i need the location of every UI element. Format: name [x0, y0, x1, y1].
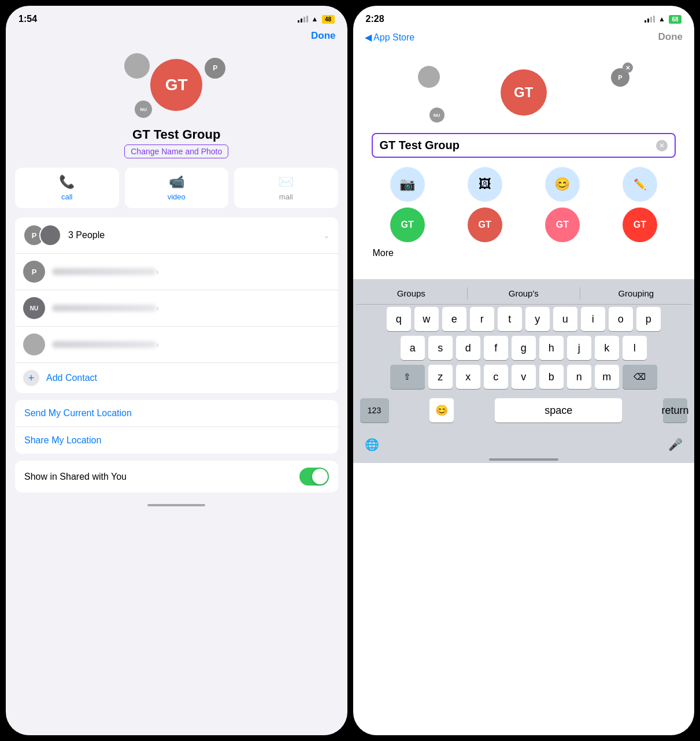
key-o[interactable]: o — [609, 307, 633, 331]
send-location-row[interactable]: Send My Current Location — [15, 400, 338, 427]
mail-button[interactable]: ✉️ mail — [234, 168, 338, 208]
signal-icon — [298, 16, 308, 23]
toggle-label: Show in Shared with You — [24, 472, 127, 482]
close-badge[interactable]: ✕ — [623, 62, 633, 73]
toggle-switch[interactable] — [299, 468, 329, 486]
key-k[interactable]: k — [595, 336, 619, 360]
icon-gallery[interactable]: 🖼 — [468, 167, 502, 202]
stacked-avatar-2 — [39, 224, 61, 246]
key-w[interactable]: w — [414, 307, 439, 331]
pred-word-2[interactable]: Group's — [468, 287, 580, 299]
pred-word-1[interactable]: Groups — [355, 287, 468, 299]
right-phone: 2:28 ▲ 68 ◀ App Store Done P GT NU ✕ GT … — [353, 6, 695, 735]
right-battery-indicator: 68 — [669, 15, 682, 24]
right-done-button[interactable]: Done — [658, 31, 683, 43]
shift-key[interactable]: ⇧ — [390, 365, 425, 389]
icon-gt-pink[interactable]: GT — [545, 208, 580, 242]
video-button[interactable]: 📹 video — [125, 168, 229, 208]
key-x[interactable]: x — [456, 365, 480, 389]
home-bar — [147, 504, 205, 506]
clear-input-button[interactable]: ✕ — [656, 140, 668, 151]
member-row-1[interactable]: P › — [15, 254, 338, 290]
right-avatar-tl — [418, 66, 440, 88]
key-l[interactable]: l — [623, 336, 647, 360]
key-b[interactable]: b — [539, 365, 564, 389]
avatar-tr-initials: P — [213, 64, 217, 72]
key-j[interactable]: j — [567, 336, 591, 360]
people-card: P 3 People ⌄ P › NU › › + Add Contact — [15, 217, 338, 393]
keyboard: Groups Group's Grouping q w e r t y u i … — [353, 279, 695, 463]
numbers-key[interactable]: 123 — [360, 398, 389, 423]
right-group-card: P GT NU ✕ GT Test Group ✕ 📷 🖼 😊 ✏️ GT GT… — [362, 49, 686, 272]
key-rows: q w e r t y u i o p a s d f g h j k — [355, 305, 692, 396]
people-count-row[interactable]: P 3 People ⌄ — [15, 217, 338, 254]
key-c[interactable]: c — [484, 365, 508, 389]
icon-picker: 📷 🖼 😊 ✏️ GT GT GT GT — [372, 167, 676, 242]
name-input-text: GT Test Group — [380, 139, 657, 152]
right-signal-icon — [645, 16, 655, 23]
member-row-3[interactable]: › — [15, 327, 338, 363]
done-button[interactable]: Done — [311, 30, 336, 42]
member-avatar-1: P — [23, 261, 45, 283]
chevron-down-icon: ⌄ — [323, 231, 330, 240]
key-s[interactable]: s — [428, 336, 453, 360]
key-d[interactable]: d — [456, 336, 480, 360]
pred-word-3[interactable]: Grouping — [580, 287, 692, 299]
icon-gt-red2[interactable]: GT — [623, 208, 657, 242]
avatar-bottom-left: NU — [135, 101, 152, 118]
call-button[interactable]: 📞 call — [15, 168, 119, 208]
icon-edit[interactable]: ✏️ — [623, 167, 657, 202]
space-key[interactable]: space — [495, 398, 622, 423]
key-y[interactable]: y — [525, 307, 550, 331]
avatar-top-left — [124, 53, 150, 79]
back-button[interactable]: ◀ App Store — [365, 32, 415, 43]
more-label: More — [372, 248, 676, 263]
key-e[interactable]: e — [442, 307, 466, 331]
right-status-bar: 2:28 ▲ 68 — [353, 6, 695, 28]
icon-emoji[interactable]: 😊 — [545, 167, 580, 202]
key-t[interactable]: t — [498, 307, 522, 331]
emoji-key[interactable]: 😊 — [429, 398, 454, 423]
member-avatar-3 — [23, 334, 45, 355]
left-status-bar: 1:54 ▲ 48 — [6, 6, 347, 28]
icon-gt-green[interactable]: GT — [390, 208, 425, 242]
add-contact-row[interactable]: + Add Contact — [15, 363, 338, 393]
key-n[interactable]: n — [567, 365, 591, 389]
globe-icon[interactable]: 🌐 — [365, 438, 379, 451]
shared-with-you-row: Show in Shared with You — [15, 461, 338, 492]
key-g[interactable]: g — [512, 336, 536, 360]
member-row-2[interactable]: NU › — [15, 290, 338, 327]
icon-gt-red[interactable]: GT — [468, 208, 502, 242]
chevron-icon-2: › — [156, 303, 159, 313]
microphone-icon[interactable]: 🎤 — [668, 438, 683, 451]
call-label: call — [61, 192, 73, 201]
left-status-icons: ▲ 48 — [298, 15, 335, 24]
return-key[interactable]: return — [663, 398, 687, 423]
key-a[interactable]: a — [401, 336, 425, 360]
delete-key[interactable]: ⌫ — [623, 365, 657, 389]
avatar-main: GT — [150, 59, 202, 111]
key-p[interactable]: p — [636, 307, 661, 331]
key-m[interactable]: m — [595, 365, 619, 389]
key-r[interactable]: r — [470, 307, 494, 331]
icon-camera[interactable]: 📷 — [390, 167, 425, 202]
send-location-label: Send My Current Location — [24, 408, 132, 418]
member-avatar-2: NU — [23, 297, 45, 319]
call-icon: 📞 — [59, 175, 75, 190]
name-input-row[interactable]: GT Test Group ✕ — [372, 133, 676, 158]
avatar-bl-initials: NU — [140, 107, 147, 112]
change-name-button[interactable]: Change Name and Photo — [6, 145, 347, 158]
location-card: Send My Current Location Share My Locati… — [15, 400, 338, 454]
right-home-bar — [489, 458, 558, 461]
left-header: Done — [6, 28, 347, 47]
key-i[interactable]: i — [581, 307, 605, 331]
key-h[interactable]: h — [539, 336, 564, 360]
key-row-3: ⇧ z x c v b n m ⌫ — [357, 365, 691, 389]
key-u[interactable]: u — [553, 307, 577, 331]
key-z[interactable]: z — [428, 365, 453, 389]
key-v[interactable]: v — [512, 365, 536, 389]
chevron-icon-3: › — [156, 340, 159, 349]
key-f[interactable]: f — [484, 336, 508, 360]
key-q[interactable]: q — [387, 307, 411, 331]
share-location-row[interactable]: Share My Location — [15, 427, 338, 454]
